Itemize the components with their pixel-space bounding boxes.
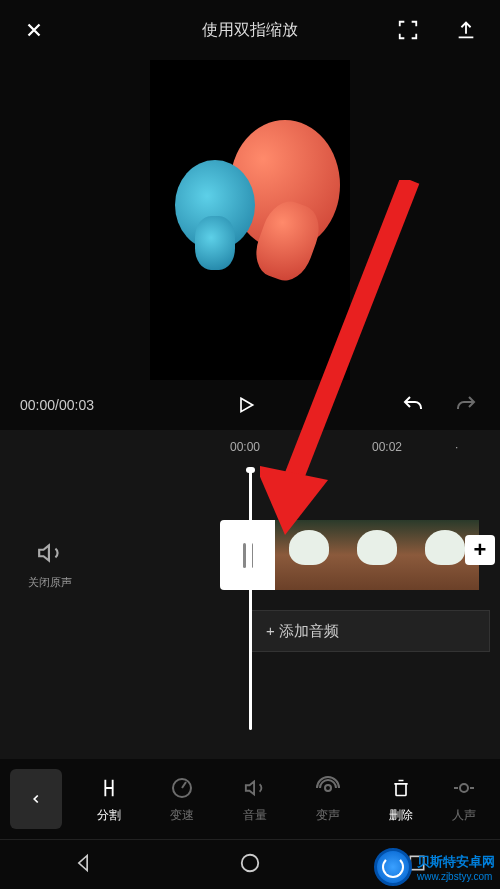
add-clip-button[interactable]: + (465, 535, 495, 565)
watermark-url: www.zjbstyy.com (417, 871, 495, 882)
clip-thumbnail (275, 520, 343, 590)
volume-icon (242, 775, 268, 801)
svg-point-1 (325, 785, 331, 791)
video-preview (150, 60, 350, 380)
tool-volume[interactable]: 音量 (225, 775, 285, 824)
tool-vocal[interactable]: 人声 (444, 775, 484, 824)
watermark: 贝斯特安卓网 www.zjbstyy.com (374, 848, 495, 886)
export-button[interactable] (452, 16, 480, 44)
mute-original-audio[interactable]: 关闭原声 (20, 540, 80, 590)
playhead[interactable] (249, 470, 252, 730)
preview-area[interactable] (0, 60, 500, 380)
watermark-logo (374, 848, 412, 886)
time-display: 00:00/00:03 (20, 397, 94, 413)
svg-point-2 (460, 784, 468, 792)
nav-back-button[interactable] (73, 853, 93, 877)
tool-delete[interactable]: 删除 (371, 775, 431, 824)
watermark-title: 贝斯特安卓网 (417, 853, 495, 871)
tool-label: 人声 (452, 807, 476, 824)
split-icon (96, 775, 122, 801)
tool-label: 变速 (170, 807, 194, 824)
undo-button[interactable] (399, 391, 427, 419)
clip-thumbnail (343, 520, 411, 590)
speaker-icon (35, 540, 65, 566)
timeline[interactable]: 00:00 00:02 · 关闭原声 + + 添加音频 (0, 430, 500, 780)
speed-icon (169, 775, 195, 801)
fullscreen-icon[interactable] (394, 16, 422, 44)
clip-handle-left[interactable] (220, 520, 275, 590)
tool-voice-change[interactable]: 变声 (298, 775, 358, 824)
tool-speed[interactable]: 变速 (152, 775, 212, 824)
voice-change-icon (315, 775, 341, 801)
tool-label: 分割 (97, 807, 121, 824)
play-button[interactable] (231, 390, 261, 420)
nav-home-button[interactable] (239, 852, 261, 878)
pinch-hint: 使用双指缩放 (202, 20, 298, 41)
delete-icon (388, 775, 414, 801)
toolbar-back-button[interactable] (10, 769, 62, 829)
video-clip[interactable] (220, 520, 479, 590)
svg-point-3 (242, 854, 259, 871)
redo-button[interactable] (452, 391, 480, 419)
tool-label: 音量 (243, 807, 267, 824)
close-button[interactable] (20, 16, 48, 44)
add-audio-row[interactable]: + 添加音频 (250, 610, 490, 652)
vocal-icon (451, 775, 477, 801)
add-audio-label: + 添加音频 (266, 622, 339, 641)
tool-label: 删除 (389, 807, 413, 824)
tool-label: 变声 (316, 807, 340, 824)
timeline-ruler: 00:00 00:02 · (0, 440, 500, 450)
mute-label: 关闭原声 (20, 575, 80, 590)
tool-split[interactable]: 分割 (79, 775, 139, 824)
